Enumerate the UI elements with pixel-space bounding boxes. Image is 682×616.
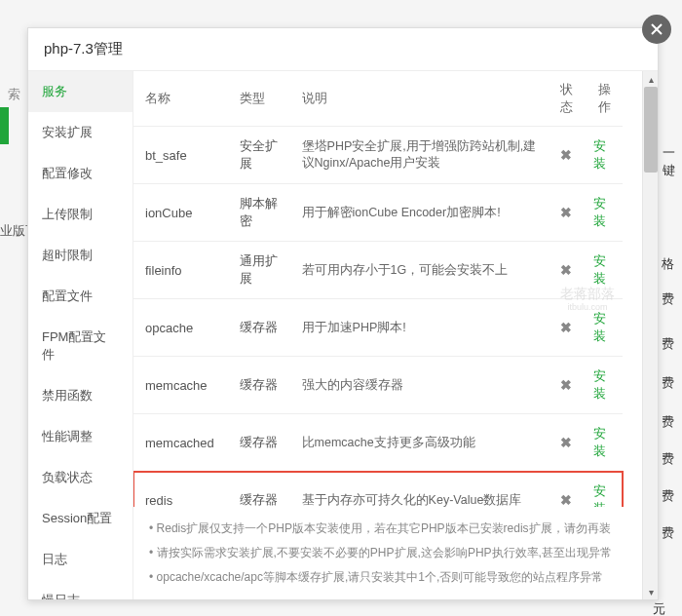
cell-desc: 若可用内存小于1G，可能会安装不上 bbox=[290, 242, 547, 299]
install-link[interactable]: 安装 bbox=[582, 357, 623, 414]
cell-status: ✖ bbox=[547, 299, 582, 357]
cell-type: 缓存器 bbox=[228, 414, 290, 472]
cell-status: ✖ bbox=[547, 472, 582, 508]
cell-desc: 比memcache支持更多高级功能 bbox=[290, 414, 547, 472]
table-row: bt_safe安全扩展堡塔PHP安全扩展,用于增强防跨站机制,建议Nginx/A… bbox=[133, 127, 623, 184]
modal-title: php-7.3管理 bbox=[44, 40, 123, 58]
modal-body: 服务安装扩展配置修改上传限制超时限制配置文件FPM配置文件禁用函数性能调整负载状… bbox=[28, 71, 658, 599]
bg-right-item: 费 bbox=[662, 374, 674, 392]
table-row: redis缓存器基于内存亦可持久化的Key-Value数据库✖安装 bbox=[133, 472, 623, 508]
sidebar-item-4[interactable]: 超时限制 bbox=[28, 235, 133, 276]
install-link[interactable]: 安装 bbox=[582, 242, 623, 299]
notes-block: • Redis扩展仅支持一个PHP版本安装使用，若在其它PHP版本已安装redi… bbox=[133, 507, 642, 599]
cell-name: redis bbox=[133, 472, 228, 508]
close-icon bbox=[649, 21, 664, 37]
cell-desc: 用于解密ionCube Encoder加密脚本! bbox=[290, 184, 547, 242]
cell-type: 缓存器 bbox=[228, 357, 290, 414]
note-item: • Redis扩展仅支持一个PHP版本安装使用，若在其它PHP版本已安装redi… bbox=[149, 517, 623, 541]
table-row: ionCube脚本解密用于解密ionCube Encoder加密脚本!✖安装 bbox=[133, 184, 623, 242]
sidebar-item-12[interactable]: 慢日志 bbox=[28, 580, 133, 599]
table-row: opcache缓存器用于加速PHP脚本!✖安装 bbox=[133, 299, 623, 357]
cell-type: 通用扩展 bbox=[228, 242, 290, 299]
sidebar-item-10[interactable]: Session配置 bbox=[28, 498, 133, 539]
bg-right-item: 费 bbox=[662, 487, 674, 505]
bg-green-bar bbox=[0, 107, 9, 144]
cell-name: bt_safe bbox=[133, 127, 228, 184]
cell-type: 安全扩展 bbox=[228, 127, 290, 184]
th-action: 操作 bbox=[582, 71, 623, 127]
scroll-thumb[interactable] bbox=[644, 87, 658, 173]
sidebar-item-3[interactable]: 上传限制 bbox=[28, 194, 133, 235]
install-link[interactable]: 安装 bbox=[582, 127, 623, 184]
cell-type: 缓存器 bbox=[228, 299, 290, 357]
cell-desc: 基于内存亦可持久化的Key-Value数据库 bbox=[290, 472, 547, 508]
extensions-table-wrap: 名称 类型 说明 状态 操作 bt_safe安全扩展堡塔PHP安全扩展,用于增强… bbox=[133, 71, 642, 507]
table-row: memcached缓存器比memcache支持更多高级功能✖安装 bbox=[133, 414, 623, 472]
bg-right-item: 费 bbox=[662, 290, 674, 308]
sidebar-item-9[interactable]: 负载状态 bbox=[28, 457, 133, 498]
bg-right-item: 费 bbox=[662, 450, 674, 468]
sidebar-item-2[interactable]: 配置修改 bbox=[28, 153, 133, 194]
cell-name: opcache bbox=[133, 299, 228, 357]
cell-status: ✖ bbox=[547, 357, 582, 414]
bg-right-item: 费 bbox=[662, 524, 674, 542]
th-status: 状态 bbox=[547, 71, 582, 127]
table-header-row: 名称 类型 说明 状态 操作 bbox=[133, 71, 623, 127]
sidebar-item-6[interactable]: FPM配置文件 bbox=[28, 317, 133, 375]
scroll-down-icon[interactable]: ▾ bbox=[643, 584, 658, 599]
sidebar-item-11[interactable]: 日志 bbox=[28, 539, 133, 580]
cell-status: ✖ bbox=[547, 127, 582, 184]
install-link[interactable]: 安装 bbox=[582, 184, 623, 242]
sidebar-item-1[interactable]: 安装扩展 bbox=[28, 112, 133, 153]
sidebar-item-5[interactable]: 配置文件 bbox=[28, 276, 133, 317]
install-link[interactable]: 安装 bbox=[582, 299, 623, 357]
note-item: • 请按实际需求安装扩展,不要安装不必要的PHP扩展,这会影响PHP执行效率,甚… bbox=[149, 541, 623, 565]
cell-status: ✖ bbox=[547, 184, 582, 242]
extensions-table: 名称 类型 说明 状态 操作 bt_safe安全扩展堡塔PHP安全扩展,用于增强… bbox=[133, 71, 623, 507]
bg-right-item: 元费 bbox=[653, 600, 674, 616]
cell-type: 脚本解密 bbox=[228, 184, 290, 242]
cell-desc: 用于加速PHP脚本! bbox=[290, 299, 547, 357]
sidebar: 服务安装扩展配置修改上传限制超时限制配置文件FPM配置文件禁用函数性能调整负载状… bbox=[28, 71, 133, 599]
close-button[interactable] bbox=[642, 15, 671, 44]
scroll-up-icon[interactable]: ▴ bbox=[643, 71, 658, 87]
cell-name: fileinfo bbox=[133, 242, 228, 299]
bg-right-item: 费 bbox=[662, 413, 674, 431]
sidebar-item-8[interactable]: 性能调整 bbox=[28, 416, 133, 457]
bg-right-item: 费 bbox=[662, 335, 674, 353]
content-area: 老蒋部落 itbulu.com 名称 类型 说明 状态 操作 bbox=[133, 71, 658, 599]
th-name: 名称 bbox=[133, 71, 228, 127]
table-row: memcache缓存器强大的内容缓存器✖安装 bbox=[133, 357, 623, 414]
cell-name: ionCube bbox=[133, 184, 228, 242]
th-type: 类型 bbox=[228, 71, 290, 127]
scrollbar[interactable]: ▴ ▾ bbox=[642, 71, 658, 599]
sidebar-item-7[interactable]: 禁用函数 bbox=[28, 375, 133, 416]
bg-search-text: 索 bbox=[8, 86, 20, 103]
cell-desc: 强大的内容缓存器 bbox=[290, 357, 547, 414]
table-row: fileinfo通用扩展若可用内存小于1G，可能会安装不上✖安装 bbox=[133, 242, 623, 299]
sidebar-item-0[interactable]: 服务 bbox=[28, 71, 133, 112]
cell-desc: 堡塔PHP安全扩展,用于增强防跨站机制,建议Nginx/Apache用户安装 bbox=[290, 127, 547, 184]
cell-type: 缓存器 bbox=[228, 472, 290, 508]
cell-name: memcache bbox=[133, 357, 228, 414]
install-link[interactable]: 安装 bbox=[582, 414, 623, 472]
php-manage-modal: php-7.3管理 服务安装扩展配置修改上传限制超时限制配置文件FPM配置文件禁… bbox=[27, 27, 659, 600]
bg-right-item: 格 bbox=[662, 255, 674, 273]
th-desc: 说明 bbox=[290, 71, 547, 127]
modal-header: php-7.3管理 bbox=[28, 28, 658, 71]
install-link[interactable]: 安装 bbox=[582, 472, 623, 508]
cell-status: ✖ bbox=[547, 414, 582, 472]
cell-name: memcached bbox=[133, 414, 228, 472]
cell-status: ✖ bbox=[547, 242, 582, 299]
note-item: • opcache/xcache/apc等脚本缓存扩展,请只安装其中1个,否则可… bbox=[149, 565, 623, 590]
